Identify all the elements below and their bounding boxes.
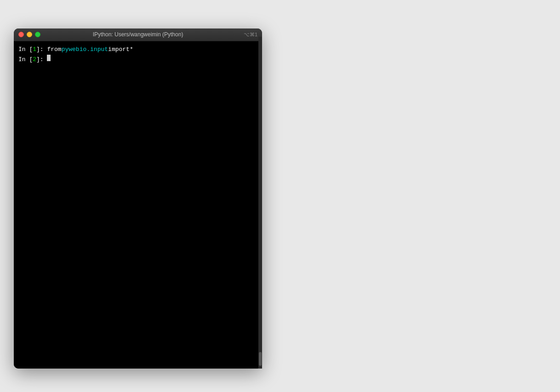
prompt-num-1: 1 — [33, 45, 36, 54]
prompt-close-2: ]: — [36, 55, 47, 64]
window-title: IPython: Users/wangweimin (Python) — [93, 31, 183, 38]
prompt-num-2: 2 — [33, 55, 36, 64]
scrollbar-track[interactable] — [258, 37, 262, 369]
terminal-cursor — [47, 55, 51, 61]
maximize-button[interactable] — [35, 32, 40, 37]
titlebar: IPython: Users/wangweimin (Python) ⌥⌘1 — [14, 28, 262, 41]
traffic-lights[interactable] — [18, 32, 40, 37]
prompt-close-1: ]: — [36, 45, 47, 54]
prompt-in-2: In [ — [18, 55, 33, 64]
terminal-body[interactable]: In [1]: from pywebio.input import * In [… — [14, 41, 262, 369]
ipython-window[interactable]: IPython: Users/wangweimin (Python) ⌥⌘1 I… — [14, 28, 262, 369]
close-button[interactable] — [18, 32, 24, 37]
code-import-1: import — [108, 45, 130, 54]
code-module-1: pywebio.input — [62, 45, 108, 54]
minimize-button[interactable] — [27, 32, 32, 37]
code-from-1: from — [47, 45, 61, 54]
terminal-line-2: In [2]: — [18, 55, 257, 64]
terminal-line-1: In [1]: from pywebio.input import * — [18, 45, 257, 54]
window-shortcut: ⌥⌘1 — [244, 32, 257, 38]
code-star-1: * — [130, 45, 133, 54]
scrollbar-thumb[interactable] — [259, 352, 262, 366]
prompt-in-1: In [ — [18, 45, 33, 54]
